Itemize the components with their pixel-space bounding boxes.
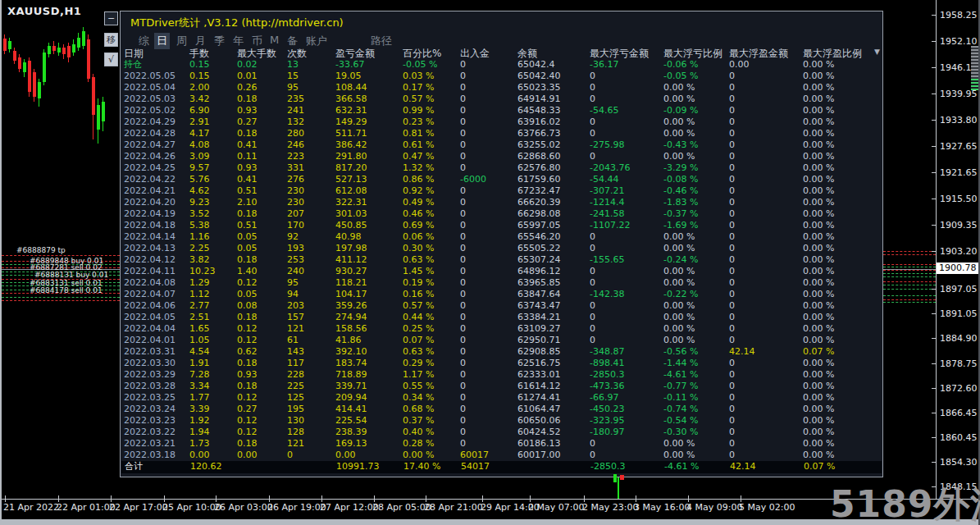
time-label: 27 Apr 12:00 — [320, 502, 379, 513]
table-row[interactable]: 2022.04.185.380.51170450.850.69 %065997.… — [121, 220, 882, 231]
table-row[interactable]: 2022.04.263.090.11223291.800.47 %062868.… — [121, 151, 882, 162]
table-row[interactable]: 2022.05.042.000.2695108.440.17 %065023.3… — [121, 82, 882, 94]
column-header-balance[interactable]: 余额 — [517, 48, 537, 59]
tab-日[interactable]: 日 — [154, 33, 170, 49]
cell-max-float-profit: 0 — [729, 438, 735, 450]
table-row[interactable]: 2022.03.297.280.93228718.891.17 %062333.… — [121, 369, 882, 381]
table-row[interactable]: 持仓0.150.0213-33.67-0.05 %065042.4-36.17-… — [121, 59, 882, 71]
tab-年[interactable]: 年 — [230, 33, 246, 49]
tab-路径[interactable]: 路径 — [368, 33, 394, 49]
current-price-tag: 1900.78 — [937, 262, 979, 274]
table-row[interactable]: 2022.03.301.910.18117183.740.29 %062516.… — [121, 358, 882, 369]
column-header-max-lots[interactable]: 最大手数 — [237, 48, 276, 59]
column-header-max-float-profit[interactable]: 最大浮盈金额 — [729, 48, 788, 59]
table-row[interactable]: 2022.04.132.250.05193197.980.30 %065505.… — [121, 243, 882, 254]
table-row[interactable]: 2022.03.231.920.12130225.540.37 %060650.… — [121, 415, 882, 427]
cell-date: 2022.04.25 — [124, 162, 175, 174]
table-row[interactable]: 2022.04.1110.231.40240930.271.45 %064896… — [121, 266, 882, 277]
scrollbar-thumb[interactable] — [971, 46, 978, 79]
table-row[interactable]: 2022.04.209.232.10230322.310.49 %066620.… — [121, 197, 882, 208]
column-header-max-float-loss-pct[interactable]: 最大浮亏比例 — [663, 48, 722, 59]
table-row[interactable]: 2022.05.026.900.93241632.310.99 %064548.… — [121, 105, 882, 116]
cell-balance: 62908.85 — [517, 346, 561, 358]
cell-max-float-profit-pct: 0.00 % — [803, 415, 834, 427]
table-row[interactable]: 2022.03.211.730.18121169.130.28 %060186.… — [121, 438, 882, 450]
table-row[interactable]: 2022.04.274.080.41246386.420.61 %063255.… — [121, 139, 882, 151]
cell-max-float-profit-pct: 0.07 % — [803, 346, 834, 358]
table-row[interactable]: 2022.05.033.420.18235366.580.57 %064914.… — [121, 94, 882, 105]
tab-M[interactable]: M — [267, 33, 281, 47]
table-row[interactable]: 2022.04.284.170.18280511.710.81 %063766.… — [121, 128, 882, 139]
table-row[interactable]: 2022.04.141.160.059240.980.06 %065546.20… — [121, 231, 882, 243]
cell-max-float-profit: 0 — [729, 266, 735, 277]
cell-max-float-loss: 0 — [590, 151, 595, 162]
cell-lots: 0.15 — [189, 59, 210, 71]
table-row[interactable]: 2022.03.221.940.12128238.390.40 %060424.… — [121, 427, 882, 438]
tab-月[interactable]: 月 — [193, 33, 208, 49]
table-row[interactable]: 2022.04.225.760.41276527.130.86 %-600061… — [121, 174, 882, 185]
table-row[interactable]: 2022.04.062.770.08203359.260.57 %063743.… — [121, 300, 882, 312]
column-header-pnl[interactable]: 盈亏金额 — [335, 48, 375, 59]
price-tick — [932, 225, 936, 226]
column-header-cashflow[interactable]: 出入金 — [460, 48, 490, 59]
cell-lots: 2.25 — [189, 243, 210, 254]
table-row[interactable]: 2022.04.292.910.27132149.290.23 %063916.… — [121, 116, 882, 128]
cell-max-float-profit: 0 — [729, 197, 735, 208]
cell-balance: 63847.64 — [517, 289, 561, 300]
cell-max-float-loss-pct: -3.29 % — [663, 162, 698, 174]
cell-max-float-profit: 0 — [729, 289, 735, 300]
tab-季[interactable]: 季 — [212, 33, 227, 49]
column-header-percent[interactable]: 百分比% — [403, 48, 441, 59]
column-header-max-float-loss[interactable]: 最大浮亏金额 — [590, 48, 649, 59]
cell-pnl: 41.86 — [335, 335, 362, 346]
panel-apply-button[interactable]: √ — [104, 52, 118, 66]
table-row[interactable]: 2022.03.283.340.18225339.710.55 %061614.… — [121, 381, 882, 392]
cell-max-float-loss-pct: 0.00 % — [663, 312, 695, 323]
tab-账户[interactable]: 账户 — [303, 33, 330, 49]
tab-综[interactable]: 综 — [136, 33, 152, 49]
tab-币[interactable]: 币 — [249, 33, 265, 49]
tab-周[interactable]: 周 — [174, 33, 189, 49]
panel-move-button[interactable]: 移 — [104, 33, 118, 47]
price-tick — [932, 462, 936, 463]
table-row[interactable]: 2022.03.251.770.12125209.940.34 %061274.… — [121, 392, 882, 404]
table-row[interactable]: 2022.04.081.290.1295118.210.19 %063965.8… — [121, 277, 882, 289]
order-line-green — [883, 302, 936, 303]
column-header-max-float-profit-pct[interactable]: 最大浮盈比例 — [803, 48, 862, 59]
tab-备[interactable]: 备 — [285, 33, 300, 49]
table-row[interactable]: 2022.04.123.820.18253411.120.63 %065307.… — [121, 254, 882, 266]
candle-body-up — [38, 82, 41, 98]
table-row[interactable]: 2022.04.214.620.51230612.080.92 %067232.… — [121, 185, 882, 197]
table-row[interactable]: 2022.04.259.570.93331817.201.32 %062576.… — [121, 162, 882, 174]
cell-pnl: 817.20 — [335, 162, 367, 174]
cell-pnl: 118.21 — [335, 277, 367, 289]
panel-minimize-button[interactable]: − — [104, 11, 118, 25]
table-row[interactable]: 2022.03.243.390.27195414.410.68 %061064.… — [121, 404, 882, 415]
cell-count: 130 — [287, 415, 304, 427]
cell-pnl: 450.85 — [335, 220, 367, 231]
cell-pnl: 527.13 — [335, 174, 367, 185]
time-label: 28 Apr 21:00 — [424, 502, 483, 513]
table-row[interactable]: 2022.04.071.120.0594104.170.16 %063847.6… — [121, 289, 882, 300]
table-row[interactable]: 2022.03.180.000.0000.000.00 %6001760017.… — [121, 450, 882, 461]
cell-max-float-profit-pct: 0.00 % — [803, 266, 834, 277]
cell-max-float-loss-pct: -0.74 % — [663, 404, 698, 415]
cell-count: 170 — [287, 220, 304, 231]
cell-pnl: 386.42 — [335, 139, 367, 151]
cell-max-float-loss-pct: -0.43 % — [663, 139, 698, 151]
table-row[interactable]: 2022.04.052.510.18157274.940.44 %063384.… — [121, 312, 882, 323]
cell-max-float-loss: -450.23 — [590, 404, 624, 415]
table-row[interactable]: 2022.05.050.150.011519.050.03 %065042.40… — [121, 71, 882, 82]
table-row[interactable]: 2022.03.314.540.62143392.100.63 %062908.… — [121, 346, 882, 358]
table-row[interactable]: 2022.04.193.520.18207301.030.46 %066298.… — [121, 208, 882, 220]
table-row[interactable]: 2022.04.041.650.12121158.560.25 %063109.… — [121, 323, 882, 335]
column-header-date[interactable]: 日期 — [124, 48, 144, 59]
order-line-green — [883, 295, 936, 296]
column-header-lots[interactable]: 手数 — [189, 48, 209, 59]
cell-max-float-profit: 0 — [729, 427, 735, 438]
table-row[interactable]: 2022.04.011.050.126141.860.07 %062950.71… — [121, 335, 882, 346]
column-header-count[interactable]: 次数 — [287, 48, 307, 59]
panel-scrollbar-arrow-icon[interactable]: ▼ — [874, 48, 880, 56]
order-label: #6888879 tp — [16, 246, 66, 254]
cell-date: 2022.03.29 — [124, 369, 175, 381]
